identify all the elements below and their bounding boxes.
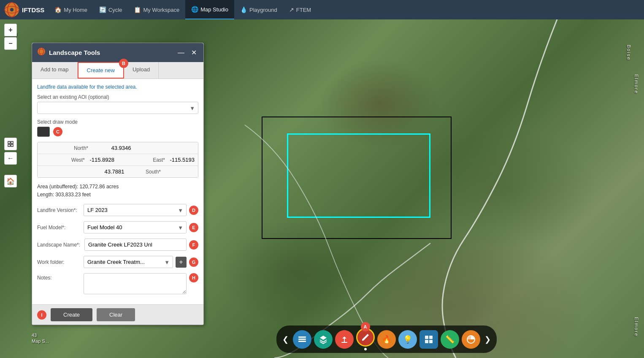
map-extent-button[interactable] <box>4 138 17 150</box>
clear-button[interactable]: Clear <box>97 308 135 321</box>
map-source-text: Map S... <box>32 339 49 344</box>
badge-i: I <box>37 310 46 320</box>
chart-button[interactable] <box>462 330 480 349</box>
panel-header-actions: — ✕ <box>176 48 198 57</box>
nav-my-home-label: My Home <box>64 7 87 13</box>
work-folder-label: Work folder: <box>37 259 79 265</box>
toolbar-item-stack <box>314 330 333 349</box>
area-acres: Area (unbuffered): 120,772.86 acres <box>37 183 198 191</box>
east-label: East* <box>153 157 167 163</box>
toolbar-prev-arrow[interactable]: ❮ <box>281 335 290 344</box>
notes-label: Notes: <box>37 273 79 294</box>
toolbar-item-fire: 🔥 <box>377 330 396 349</box>
south-label: South* <box>146 169 162 175</box>
tab-create-new-label: Create new <box>87 67 115 73</box>
aoi-select[interactable] <box>37 102 198 114</box>
zoom-out-button[interactable]: − <box>4 37 17 50</box>
north-label-cell: North* <box>38 142 93 154</box>
tab-upload-label: Upload <box>133 66 150 73</box>
nav-my-home[interactable]: 🏠 My Home <box>49 0 93 19</box>
map-container[interactable]: Elmore Boise Elmore aldwell + − ← 🏠 43 M… <box>0 19 644 358</box>
svg-rect-12 <box>298 339 306 340</box>
svg-point-8 <box>38 48 45 55</box>
landscape-name-input[interactable] <box>84 239 187 251</box>
panel-close-button[interactable]: ✕ <box>189 48 198 57</box>
coordinates-grid: North* 43.9346 West* -115.8928 East* <box>37 142 198 178</box>
nav-ftem[interactable]: ↗ FTEM <box>283 0 317 19</box>
nav-my-workspace[interactable]: 📋 My Workspace <box>128 0 185 19</box>
map-zoom-controls: + − <box>4 24 17 50</box>
toolbar-next-arrow[interactable]: ❯ <box>483 335 492 344</box>
ftem-icon: ↗ <box>289 6 294 13</box>
fire-button[interactable]: 🔥 <box>377 330 396 349</box>
grid-button[interactable] <box>419 330 438 349</box>
panel-minimize-button[interactable]: — <box>176 48 186 57</box>
stack-button[interactable] <box>314 330 333 349</box>
draw-mode-controls: C <box>37 127 198 137</box>
landscape-tools-panel: Landscape Tools — ✕ Add to map Create ne… <box>32 43 204 325</box>
fuel-model-select-wrapper: Fuel Model 40 Fuel Model 13 ▼ <box>84 221 187 233</box>
toolbar-item-pencil: A <box>356 328 375 350</box>
north-value: 43.9346 <box>111 145 131 151</box>
map-side-controls: ← 🏠 <box>4 104 17 187</box>
landfire-link[interactable]: Landfire data available for the selected… <box>37 84 198 90</box>
nav-cycle[interactable]: 🔄 Cycle <box>93 0 128 19</box>
home-icon: 🏠 <box>54 6 62 13</box>
toolbar-item-bulb: 💡 <box>398 330 417 349</box>
tab-add-to-map[interactable]: Add to map <box>32 62 78 79</box>
nav-my-workspace-label: My Workspace <box>143 7 179 13</box>
bottom-toolbar: ❮ A 🔥 <box>276 325 497 353</box>
layers-button[interactable] <box>293 330 311 349</box>
map-home-button[interactable]: 🏠 <box>4 175 17 187</box>
nav-map-studio-label: Map Studio <box>200 6 228 13</box>
app-logo[interactable]: IFTDSS <box>4 2 44 17</box>
logo-icon <box>4 2 19 17</box>
work-folder-select[interactable]: Granite Creek Treatm... <box>84 256 173 268</box>
map-selection-rect-cyan <box>287 133 430 218</box>
work-folder-controls: Granite Creek Treatm... ▼ + G <box>84 256 198 268</box>
nav-cycle-label: Cycle <box>108 7 122 13</box>
svg-rect-15 <box>425 336 428 339</box>
panel-content: Landfire data available for the selected… <box>32 79 203 304</box>
nav-playground[interactable]: 💧 Playground <box>234 0 283 19</box>
svg-rect-14 <box>341 342 347 343</box>
draw-mode-label: Select draw mode <box>37 119 198 125</box>
toolbar-item-ruler: 📏 <box>441 330 459 349</box>
badge-c: C <box>53 127 62 136</box>
bulb-button[interactable]: 💡 <box>398 330 417 349</box>
playground-icon: 💧 <box>240 6 247 13</box>
add-folder-button[interactable]: + <box>176 257 187 268</box>
work-folder-select-wrapper: Granite Creek Treatm... ▼ <box>84 256 173 268</box>
notes-group: Notes: H <box>37 273 198 294</box>
tab-add-to-map-label: Add to map <box>41 66 69 73</box>
east-cell: East* -115.5193 <box>118 154 198 165</box>
nav-map-studio[interactable]: 🌐 Map Studio <box>185 0 234 19</box>
badge-f: F <box>189 240 198 250</box>
zoom-in-button[interactable]: + <box>4 24 17 36</box>
create-button[interactable]: Create <box>51 308 92 321</box>
fuel-model-select[interactable]: Fuel Model 40 Fuel Model 13 <box>84 221 187 233</box>
draw-rectangle-btn[interactable] <box>37 127 50 137</box>
badge-h: H <box>189 273 198 282</box>
map-label-elmore-bottom: Elmore <box>634 317 639 337</box>
workspace-icon: 📋 <box>134 6 141 13</box>
toolbar-item-upload <box>335 330 354 349</box>
upload-button[interactable] <box>335 330 354 349</box>
east-value: -115.5193 <box>170 157 195 163</box>
svg-rect-13 <box>298 341 306 342</box>
badge-b: B <box>119 59 128 68</box>
svg-rect-11 <box>298 336 306 338</box>
south-row: 43.7881 South* <box>38 166 198 177</box>
landfire-version-select[interactable]: LF 2023 LF 2022 <box>84 204 187 216</box>
map-coordinates-display: 43 <box>32 333 37 338</box>
tab-upload[interactable]: Upload <box>124 62 159 79</box>
panel-tabs: Add to map Create new B Upload <box>32 62 203 79</box>
svg-rect-7 <box>11 144 13 146</box>
svg-rect-6 <box>8 144 10 146</box>
fuel-model-group: Fuel Model*: Fuel Model 40 Fuel Model 13… <box>37 221 198 233</box>
map-back-button[interactable]: ← <box>4 152 17 165</box>
notes-textarea[interactable] <box>84 273 187 294</box>
ruler-button[interactable]: 📏 <box>441 330 459 349</box>
map-studio-icon: 🌐 <box>191 6 198 13</box>
tab-create-new[interactable]: Create new B <box>78 62 124 79</box>
